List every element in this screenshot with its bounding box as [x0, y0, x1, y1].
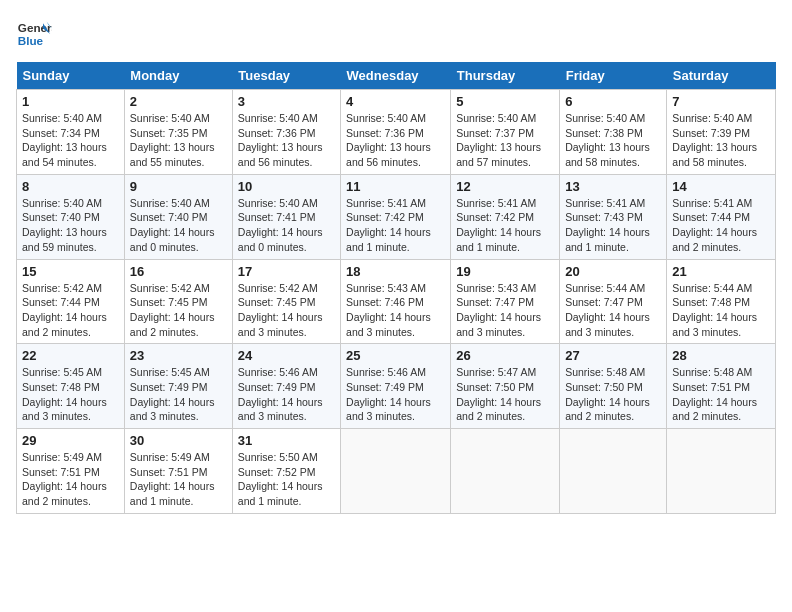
header-friday: Friday	[560, 62, 667, 90]
day-info: Sunrise: 5:46 AMSunset: 7:49 PMDaylight:…	[346, 365, 445, 424]
page-header: General Blue	[16, 16, 776, 52]
day-number: 27	[565, 348, 661, 363]
calendar-cell: 15Sunrise: 5:42 AMSunset: 7:44 PMDayligh…	[17, 259, 125, 344]
calendar-cell: 10Sunrise: 5:40 AMSunset: 7:41 PMDayligh…	[232, 174, 340, 259]
calendar-cell: 25Sunrise: 5:46 AMSunset: 7:49 PMDayligh…	[341, 344, 451, 429]
day-number: 24	[238, 348, 335, 363]
day-number: 22	[22, 348, 119, 363]
calendar-cell: 27Sunrise: 5:48 AMSunset: 7:50 PMDayligh…	[560, 344, 667, 429]
day-info: Sunrise: 5:40 AMSunset: 7:36 PMDaylight:…	[238, 111, 335, 170]
calendar-cell: 9Sunrise: 5:40 AMSunset: 7:40 PMDaylight…	[124, 174, 232, 259]
day-number: 9	[130, 179, 227, 194]
header-tuesday: Tuesday	[232, 62, 340, 90]
calendar-cell: 4Sunrise: 5:40 AMSunset: 7:36 PMDaylight…	[341, 90, 451, 175]
day-number: 6	[565, 94, 661, 109]
calendar-cell: 8Sunrise: 5:40 AMSunset: 7:40 PMDaylight…	[17, 174, 125, 259]
day-info: Sunrise: 5:40 AMSunset: 7:40 PMDaylight:…	[22, 196, 119, 255]
logo: General Blue	[16, 16, 52, 52]
calendar-cell: 2Sunrise: 5:40 AMSunset: 7:35 PMDaylight…	[124, 90, 232, 175]
day-number: 28	[672, 348, 770, 363]
day-info: Sunrise: 5:47 AMSunset: 7:50 PMDaylight:…	[456, 365, 554, 424]
day-number: 31	[238, 433, 335, 448]
calendar-cell: 30Sunrise: 5:49 AMSunset: 7:51 PMDayligh…	[124, 429, 232, 514]
day-number: 16	[130, 264, 227, 279]
day-info: Sunrise: 5:41 AMSunset: 7:44 PMDaylight:…	[672, 196, 770, 255]
calendar-cell: 12Sunrise: 5:41 AMSunset: 7:42 PMDayligh…	[451, 174, 560, 259]
day-info: Sunrise: 5:40 AMSunset: 7:36 PMDaylight:…	[346, 111, 445, 170]
day-number: 8	[22, 179, 119, 194]
day-number: 2	[130, 94, 227, 109]
day-info: Sunrise: 5:49 AMSunset: 7:51 PMDaylight:…	[22, 450, 119, 509]
day-info: Sunrise: 5:46 AMSunset: 7:49 PMDaylight:…	[238, 365, 335, 424]
day-number: 10	[238, 179, 335, 194]
header-wednesday: Wednesday	[341, 62, 451, 90]
day-info: Sunrise: 5:43 AMSunset: 7:47 PMDaylight:…	[456, 281, 554, 340]
calendar-cell: 5Sunrise: 5:40 AMSunset: 7:37 PMDaylight…	[451, 90, 560, 175]
header-saturday: Saturday	[667, 62, 776, 90]
calendar-cell	[667, 429, 776, 514]
calendar-cell: 24Sunrise: 5:46 AMSunset: 7:49 PMDayligh…	[232, 344, 340, 429]
svg-text:Blue: Blue	[18, 34, 44, 47]
day-info: Sunrise: 5:42 AMSunset: 7:45 PMDaylight:…	[130, 281, 227, 340]
day-info: Sunrise: 5:50 AMSunset: 7:52 PMDaylight:…	[238, 450, 335, 509]
calendar-cell: 28Sunrise: 5:48 AMSunset: 7:51 PMDayligh…	[667, 344, 776, 429]
day-number: 4	[346, 94, 445, 109]
day-number: 7	[672, 94, 770, 109]
calendar-cell: 18Sunrise: 5:43 AMSunset: 7:46 PMDayligh…	[341, 259, 451, 344]
week-row-4: 22Sunrise: 5:45 AMSunset: 7:48 PMDayligh…	[17, 344, 776, 429]
day-number: 14	[672, 179, 770, 194]
day-info: Sunrise: 5:48 AMSunset: 7:51 PMDaylight:…	[672, 365, 770, 424]
calendar-cell: 17Sunrise: 5:42 AMSunset: 7:45 PMDayligh…	[232, 259, 340, 344]
week-row-3: 15Sunrise: 5:42 AMSunset: 7:44 PMDayligh…	[17, 259, 776, 344]
header-monday: Monday	[124, 62, 232, 90]
day-number: 11	[346, 179, 445, 194]
day-number: 21	[672, 264, 770, 279]
calendar-cell: 3Sunrise: 5:40 AMSunset: 7:36 PMDaylight…	[232, 90, 340, 175]
calendar-cell: 19Sunrise: 5:43 AMSunset: 7:47 PMDayligh…	[451, 259, 560, 344]
day-info: Sunrise: 5:42 AMSunset: 7:45 PMDaylight:…	[238, 281, 335, 340]
day-number: 30	[130, 433, 227, 448]
day-info: Sunrise: 5:40 AMSunset: 7:41 PMDaylight:…	[238, 196, 335, 255]
logo-icon: General Blue	[16, 16, 52, 52]
day-info: Sunrise: 5:40 AMSunset: 7:38 PMDaylight:…	[565, 111, 661, 170]
day-number: 5	[456, 94, 554, 109]
calendar-cell: 26Sunrise: 5:47 AMSunset: 7:50 PMDayligh…	[451, 344, 560, 429]
day-number: 1	[22, 94, 119, 109]
calendar-table: SundayMondayTuesdayWednesdayThursdayFrid…	[16, 62, 776, 514]
calendar-cell: 13Sunrise: 5:41 AMSunset: 7:43 PMDayligh…	[560, 174, 667, 259]
calendar-cell: 1Sunrise: 5:40 AMSunset: 7:34 PMDaylight…	[17, 90, 125, 175]
day-info: Sunrise: 5:49 AMSunset: 7:51 PMDaylight:…	[130, 450, 227, 509]
week-row-2: 8Sunrise: 5:40 AMSunset: 7:40 PMDaylight…	[17, 174, 776, 259]
calendar-cell: 16Sunrise: 5:42 AMSunset: 7:45 PMDayligh…	[124, 259, 232, 344]
calendar-cell: 31Sunrise: 5:50 AMSunset: 7:52 PMDayligh…	[232, 429, 340, 514]
day-info: Sunrise: 5:41 AMSunset: 7:42 PMDaylight:…	[456, 196, 554, 255]
day-number: 17	[238, 264, 335, 279]
calendar-cell	[560, 429, 667, 514]
day-info: Sunrise: 5:40 AMSunset: 7:40 PMDaylight:…	[130, 196, 227, 255]
day-info: Sunrise: 5:45 AMSunset: 7:48 PMDaylight:…	[22, 365, 119, 424]
day-info: Sunrise: 5:42 AMSunset: 7:44 PMDaylight:…	[22, 281, 119, 340]
calendar-header-row: SundayMondayTuesdayWednesdayThursdayFrid…	[17, 62, 776, 90]
day-number: 13	[565, 179, 661, 194]
day-number: 29	[22, 433, 119, 448]
calendar-cell: 20Sunrise: 5:44 AMSunset: 7:47 PMDayligh…	[560, 259, 667, 344]
day-info: Sunrise: 5:44 AMSunset: 7:47 PMDaylight:…	[565, 281, 661, 340]
day-number: 20	[565, 264, 661, 279]
calendar-cell: 29Sunrise: 5:49 AMSunset: 7:51 PMDayligh…	[17, 429, 125, 514]
calendar-cell	[451, 429, 560, 514]
week-row-1: 1Sunrise: 5:40 AMSunset: 7:34 PMDaylight…	[17, 90, 776, 175]
day-info: Sunrise: 5:43 AMSunset: 7:46 PMDaylight:…	[346, 281, 445, 340]
day-info: Sunrise: 5:41 AMSunset: 7:42 PMDaylight:…	[346, 196, 445, 255]
day-number: 15	[22, 264, 119, 279]
day-number: 3	[238, 94, 335, 109]
calendar-cell: 14Sunrise: 5:41 AMSunset: 7:44 PMDayligh…	[667, 174, 776, 259]
day-number: 12	[456, 179, 554, 194]
day-number: 25	[346, 348, 445, 363]
day-info: Sunrise: 5:41 AMSunset: 7:43 PMDaylight:…	[565, 196, 661, 255]
day-number: 19	[456, 264, 554, 279]
day-info: Sunrise: 5:40 AMSunset: 7:39 PMDaylight:…	[672, 111, 770, 170]
calendar-cell: 22Sunrise: 5:45 AMSunset: 7:48 PMDayligh…	[17, 344, 125, 429]
calendar-cell: 23Sunrise: 5:45 AMSunset: 7:49 PMDayligh…	[124, 344, 232, 429]
svg-text:General: General	[18, 21, 52, 34]
calendar-cell	[341, 429, 451, 514]
